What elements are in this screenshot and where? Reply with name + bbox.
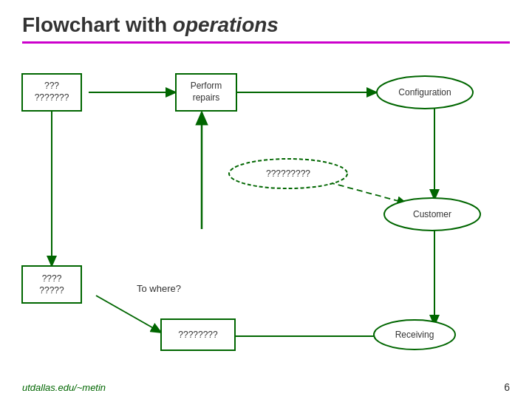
node-to-where-label: To where? [137, 283, 181, 294]
title-prefix: Flowchart with [22, 13, 173, 36]
node-leftmid-line1: ???? [42, 273, 62, 284]
slide: Flowchart with operations [0, 0, 532, 399]
node-leftmid-line2: ????? [39, 285, 64, 296]
node-bottommid-label: ???????? [178, 330, 218, 340]
title-highlight: operations [173, 13, 279, 36]
slide-title: Flowchart with operations [22, 13, 279, 36]
node-customer-label: Customer [413, 209, 451, 219]
node-configuration-label: Configuration [398, 87, 451, 98]
node-leftmid-rect [22, 266, 81, 303]
arrow-leftmid-to-bottommid [96, 296, 161, 332]
page-number: 6 [504, 381, 510, 393]
flowchart: ??? ??????? Perform repairs Configuratio… [15, 52, 517, 377]
node-perform-line2: repairs [193, 92, 220, 103]
node-topleft-line2: ??????? [35, 92, 69, 103]
node-receiving-label: Receiving [395, 330, 434, 340]
footer-url: utdallas.edu/~metin [22, 382, 106, 393]
title-area: Flowchart with operations [22, 13, 510, 44]
node-middle-q-label: ????????? [266, 168, 310, 179]
node-perform-line1: Perform [191, 81, 222, 91]
node-topleft-line1: ??? [44, 81, 59, 91]
